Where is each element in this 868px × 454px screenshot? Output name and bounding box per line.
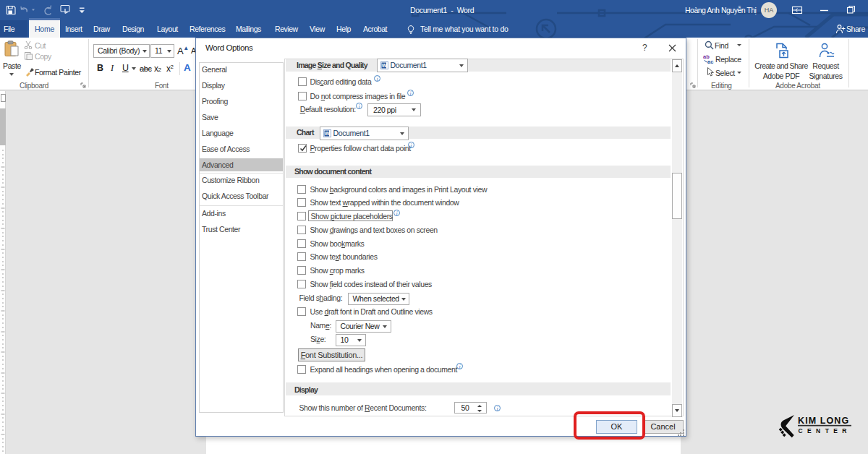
svg-text:ac: ac (707, 59, 713, 64)
svg-text:CENTER: CENTER (799, 427, 851, 434)
svg-text:W: W (382, 63, 387, 68)
svg-text:W: W (325, 131, 330, 136)
svg-text:KIM LONG: KIM LONG (798, 416, 849, 426)
svg-text:x: x (827, 51, 830, 55)
